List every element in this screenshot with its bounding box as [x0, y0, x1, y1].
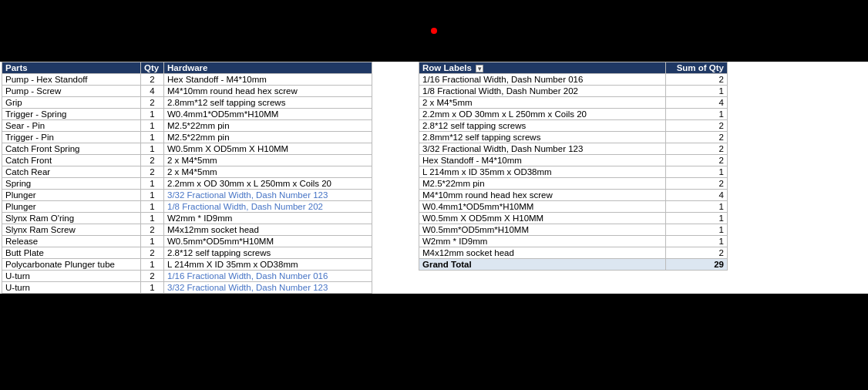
parts-cell: Release: [2, 236, 141, 247]
row-labels-header: Row Labels ▼: [419, 62, 666, 74]
row-label-cell: M4x12mm socket head: [419, 247, 666, 259]
parts-cell: Spring: [2, 178, 141, 190]
hardware-cell: M4x12mm socket head: [164, 224, 372, 236]
row-label-cell: Hex Standoff - M4*10mm: [419, 155, 666, 166]
parts-cell: Trigger - Pin: [2, 132, 141, 143]
table-row: Catch Front22 x M4*5mm: [2, 155, 372, 166]
table-row: Catch Rear22 x M4*5mm: [2, 166, 372, 178]
sum-qty-cell: 2: [666, 74, 728, 86]
qty-cell: 1: [141, 109, 164, 120]
qty-cell: 1: [141, 282, 164, 294]
parts-cell: Sear - Pin: [2, 120, 141, 132]
row-label-cell: 2 x M4*5mm: [419, 97, 666, 109]
qty-cell: 1: [141, 201, 164, 213]
table-row: Grand Total29: [419, 259, 728, 271]
qty-cell: 1: [141, 236, 164, 247]
qty-cell: 2: [141, 155, 164, 166]
table-row: Butt Plate22.8*12 self tapping screws: [2, 247, 372, 259]
table-row: Sear - Pin1M2.5*22mm pin: [2, 120, 372, 132]
row-label-cell: M2.5*22mm pin: [419, 178, 666, 190]
parts-cell: Catch Front: [2, 155, 141, 166]
qty-cell: 1: [141, 143, 164, 155]
parts-header: Parts: [2, 62, 141, 74]
qty-cell: 1: [141, 120, 164, 132]
table-row: Trigger - Spring1W0.4mm1*OD5mm*H10MM: [2, 109, 372, 120]
sum-qty-cell: 1: [666, 166, 728, 178]
table-row: Polycarbonate Plunger tube1L 214mm X ID …: [2, 259, 372, 271]
qty-cell: 2: [141, 247, 164, 259]
row-label-cell: 2.2mm x OD 30mm x L 250mm x Coils 20: [419, 109, 666, 120]
hardware-cell[interactable]: 3/32 Fractional Width, Dash Number 123: [164, 282, 372, 294]
parts-cell: Plunger: [2, 190, 141, 201]
table-row: W0.5mm X OD5mm X H10MM1: [419, 213, 728, 224]
qty-cell: 1: [141, 178, 164, 190]
table-row: 3/32 Fractional Width, Dash Number 1232: [419, 143, 728, 155]
sum-qty-cell: 2: [666, 120, 728, 132]
table-row: M4x12mm socket head2: [419, 247, 728, 259]
sum-qty-cell: 2: [666, 132, 728, 143]
sum-qty-header: Sum of Qty: [666, 62, 728, 74]
parts-cell: Pump - Hex Standoff: [2, 74, 141, 86]
row-label-cell: 1/16 Fractional Width, Dash Number 016: [419, 74, 666, 86]
table-row: Spring12.2mm x OD 30mm x L 250mm x Coils…: [2, 178, 372, 190]
hardware-cell[interactable]: 1/16 Fractional Width, Dash Number 016: [164, 271, 372, 282]
hardware-cell: 2.8*12 self tapping screws: [164, 247, 372, 259]
qty-cell: 4: [141, 86, 164, 97]
hardware-cell: L 214mm X ID 35mm x OD38mm: [164, 259, 372, 271]
qty-cell: 2: [141, 271, 164, 282]
hardware-cell: W0.5mm X OD5mm X H10MM: [164, 143, 372, 155]
table-row: Hex Standoff - M4*10mm2: [419, 155, 728, 166]
table-row: Pump - Hex Standoff2Hex Standoff - M4*10…: [2, 74, 372, 86]
sum-qty-cell: 4: [666, 190, 728, 201]
row-label-cell: W0.4mm1*OD5mm*H10MM: [419, 201, 666, 213]
table-row: Slynx Ram O'ring1W2mm * ID9mm: [2, 213, 372, 224]
row-label-cell: W0.5mm X OD5mm X H10MM: [419, 213, 666, 224]
table-row: 1/16 Fractional Width, Dash Number 0162: [419, 74, 728, 86]
qty-cell: 2: [141, 97, 164, 109]
pivot-table: Row Labels ▼ Sum of Qty 1/16 Fractional …: [419, 62, 728, 271]
sum-qty-cell: 1: [666, 86, 728, 97]
table-row: W0.5mm*OD5mm*H10MM1: [419, 224, 728, 236]
table-row: M4*10mm round head hex screw4: [419, 190, 728, 201]
hardware-cell: 2.2mm x OD 30mm x L 250mm x Coils 20: [164, 178, 372, 190]
left-table-container: Parts Qty Hardware Pump - Hex Standoff2H…: [2, 62, 372, 294]
sum-qty-cell: 2: [666, 178, 728, 190]
table-row: L 214mm x ID 35mm x OD38mm1: [419, 166, 728, 178]
qty-cell: 2: [141, 166, 164, 178]
hardware-cell[interactable]: 3/32 Fractional Width, Dash Number 123: [164, 190, 372, 201]
table-row: U-turn13/32 Fractional Width, Dash Numbe…: [2, 282, 372, 294]
sum-qty-cell: 2: [666, 155, 728, 166]
hardware-cell: 2.8mm*12 self tapping screws: [164, 97, 372, 109]
table-row: Trigger - Pin1M2.5*22mm pin: [2, 132, 372, 143]
parts-cell: Polycarbonate Plunger tube: [2, 259, 141, 271]
table-row: U-turn21/16 Fractional Width, Dash Numbe…: [2, 271, 372, 282]
filter-icon[interactable]: ▼: [476, 65, 483, 72]
qty-cell: 1: [141, 213, 164, 224]
hardware-header: Hardware: [164, 62, 372, 74]
hardware-cell[interactable]: 1/8 Fractional Width, Dash Number 202: [164, 201, 372, 213]
table-row: Catch Front Spring1W0.5mm X OD5mm X H10M…: [2, 143, 372, 155]
parts-cell: Plunger: [2, 201, 141, 213]
parts-cell: Grip: [2, 97, 141, 109]
table-row: Slynx Ram Screw2M4x12mm socket head: [2, 224, 372, 236]
sum-qty-cell: 1: [666, 224, 728, 236]
table-row: Plunger11/8 Fractional Width, Dash Numbe…: [2, 201, 372, 213]
row-label-cell: 3/32 Fractional Width, Dash Number 123: [419, 143, 666, 155]
sum-qty-cell: 2: [666, 143, 728, 155]
spacer: [380, 62, 411, 294]
parts-cell: Catch Rear: [2, 166, 141, 178]
table-row: Release1W0.5mm*OD5mm*H10MM: [2, 236, 372, 247]
table-row: 1/8 Fractional Width, Dash Number 2021: [419, 86, 728, 97]
hardware-cell: M2.5*22mm pin: [164, 120, 372, 132]
parts-cell: U-turn: [2, 282, 141, 294]
hardware-cell: Hex Standoff - M4*10mm: [164, 74, 372, 86]
sum-qty-cell: 1: [666, 201, 728, 213]
parts-cell: Pump - Screw: [2, 86, 141, 97]
table-row: W0.4mm1*OD5mm*H10MM1: [419, 201, 728, 213]
row-label-cell: 2.8*12 self tapping screws: [419, 120, 666, 132]
qty-cell: 1: [141, 259, 164, 271]
row-label-cell: M4*10mm round head hex screw: [419, 190, 666, 201]
row-label-cell: W0.5mm*OD5mm*H10MM: [419, 224, 666, 236]
qty-cell: 1: [141, 132, 164, 143]
table-row: 2.2mm x OD 30mm x L 250mm x Coils 201: [419, 109, 728, 120]
